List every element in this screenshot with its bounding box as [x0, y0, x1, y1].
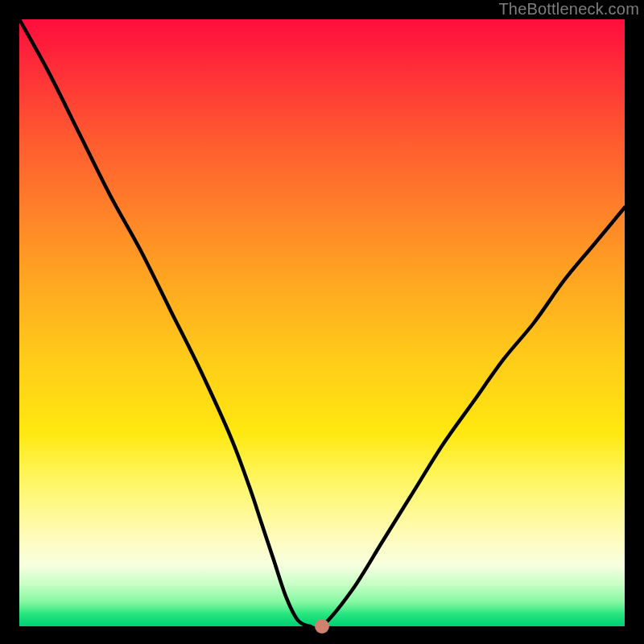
chart-frame: TheBottleneck.com	[0, 0, 644, 644]
optimum-marker	[315, 619, 329, 634]
plot-area	[19, 19, 625, 626]
bottleneck-curve	[19, 19, 625, 626]
watermark-text: TheBottleneck.com	[498, 0, 639, 19]
